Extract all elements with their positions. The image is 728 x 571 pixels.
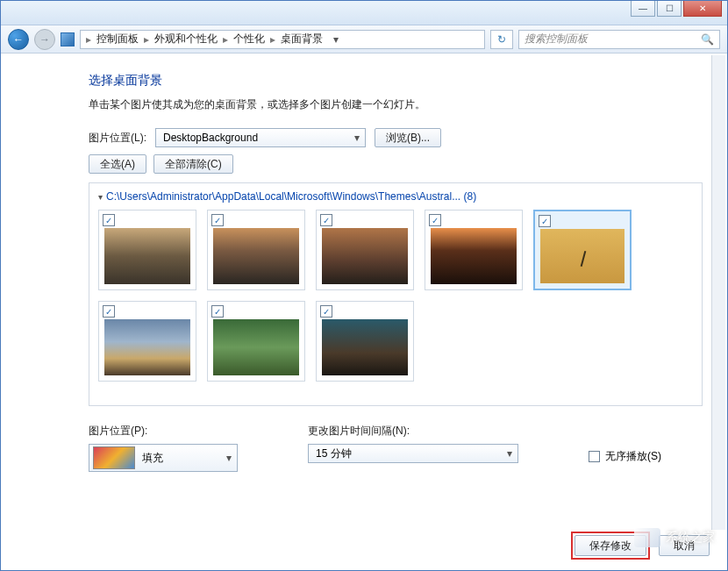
watermark-text: 系统之家	[666, 530, 715, 546]
thumbnail-image	[104, 319, 190, 375]
breadcrumb-dropdown[interactable]: ▾	[328, 33, 344, 46]
browse-button[interactable]: 浏览(B)...	[375, 128, 441, 147]
collapse-icon[interactable]: ▾	[98, 192, 103, 202]
maximize-button[interactable]: ☐	[657, 1, 682, 17]
thumbnail-image	[213, 319, 299, 375]
navbar: ← → ▸ 控制面板 ▸ 外观和个性化 ▸ 个性化 ▸ 桌面背景 ▾ ↻ 搜索控…	[1, 25, 727, 54]
thumbnail[interactable]: ✓	[533, 210, 632, 290]
thumbnail-image	[213, 228, 299, 284]
crumb-appearance[interactable]: 外观和个性化	[154, 32, 218, 46]
chevron-right-icon: ▸	[86, 33, 91, 46]
chevron-right-icon: ▸	[144, 33, 149, 46]
shuffle-label: 无序播放(S)	[605, 449, 661, 464]
interval-label: 更改图片时间间隔(N):	[308, 424, 518, 439]
thumbnail-checkbox[interactable]: ✓	[320, 305, 332, 318]
minimize-button[interactable]: —	[631, 1, 655, 17]
picture-position-label: 图片位置(P):	[89, 424, 238, 439]
search-input[interactable]: 搜索控制面板 🔍	[518, 30, 720, 49]
picture-location-select[interactable]: DesktopBackground	[155, 128, 366, 147]
select-all-button[interactable]: 全选(A)	[89, 154, 146, 174]
folder-path-text: C:\Users\Administrator\AppData\Local\Mic…	[106, 190, 476, 203]
interval-value: 15 分钟	[316, 446, 352, 461]
thumbnail[interactable]: ✓	[207, 210, 305, 290]
thumbnail[interactable]: ✓	[98, 301, 196, 382]
fit-preview-icon	[93, 446, 135, 469]
crumb-desktop-background[interactable]: 桌面背景	[281, 32, 323, 46]
thumbnail-checkbox[interactable]: ✓	[539, 215, 551, 227]
thumbnail-image	[431, 228, 517, 284]
picture-position-value: 填充	[142, 451, 163, 466]
thumbnail-image	[540, 229, 625, 283]
scrollbar[interactable]	[711, 55, 725, 530]
thumbnail-image	[322, 228, 408, 284]
watermark-logo-icon	[634, 528, 660, 547]
thumbnail-checkbox[interactable]: ✓	[103, 305, 115, 318]
watermark: 系统之家	[634, 528, 715, 547]
picture-position-select[interactable]: 填充	[89, 444, 238, 472]
crumb-personalization[interactable]: 个性化	[233, 32, 265, 46]
page-heading: 选择桌面背景	[89, 73, 703, 89]
thumbnail-image	[322, 319, 408, 375]
folder-path[interactable]: ▾ C:\Users\Administrator\AppData\Local\M…	[98, 190, 693, 203]
thumbnail[interactable]: ✓	[316, 301, 414, 382]
search-placeholder: 搜索控制面板	[525, 32, 588, 46]
chevron-right-icon: ▸	[270, 33, 275, 46]
close-button[interactable]: ✕	[683, 1, 722, 17]
thumbnail[interactable]: ✓	[207, 301, 305, 382]
thumbnail[interactable]: ✓	[425, 210, 523, 290]
crumb-control-panel[interactable]: 控制面板	[96, 32, 139, 46]
bottom-controls: 图片位置(P): 填充 更改图片时间间隔(N): 15 分钟 无序播放(S)	[89, 424, 703, 472]
forward-button[interactable]: →	[34, 29, 55, 50]
chevron-right-icon: ▸	[223, 33, 228, 46]
thumbnail-image	[104, 228, 190, 284]
clear-all-button[interactable]: 全部清除(C)	[153, 154, 233, 174]
picture-location-value: DesktopBackground	[163, 132, 258, 144]
thumbnail[interactable]: ✓	[98, 210, 196, 290]
thumbnail-checkbox[interactable]: ✓	[103, 214, 115, 226]
thumbnail-checkbox[interactable]: ✓	[211, 305, 224, 318]
breadcrumb[interactable]: ▸ 控制面板 ▸ 外观和个性化 ▸ 个性化 ▸ 桌面背景 ▾	[80, 30, 485, 49]
content-area: 选择桌面背景 单击某个图片使其成为您的桌面背景，或选择多个图片创建一个幻灯片。 …	[1, 54, 727, 481]
shuffle-checkbox[interactable]	[589, 451, 600, 462]
window: — ☐ ✕ ← → ▸ 控制面板 ▸ 外观和个性化 ▸ 个性化 ▸ 桌面背景 ▾…	[0, 0, 728, 571]
thumbnail-grid: ✓✓✓✓✓✓✓✓	[98, 210, 693, 382]
thumbnail-checkbox[interactable]: ✓	[320, 214, 332, 226]
thumbnail[interactable]: ✓	[316, 210, 414, 290]
control-panel-icon	[61, 32, 75, 46]
back-button[interactable]: ←	[8, 29, 29, 50]
picture-location-label: 图片位置(L):	[89, 131, 146, 146]
titlebar: — ☐ ✕	[1, 1, 727, 25]
search-icon[interactable]: 🔍	[701, 33, 714, 46]
page-description: 单击某个图片使其成为您的桌面背景，或选择多个图片创建一个幻灯片。	[89, 97, 703, 112]
refresh-button[interactable]: ↻	[490, 30, 513, 49]
interval-select[interactable]: 15 分钟	[308, 444, 518, 463]
thumbnail-gallery: ▾ C:\Users\Administrator\AppData\Local\M…	[89, 182, 703, 406]
thumbnail-checkbox[interactable]: ✓	[429, 214, 441, 226]
thumbnail-checkbox[interactable]: ✓	[211, 214, 224, 226]
